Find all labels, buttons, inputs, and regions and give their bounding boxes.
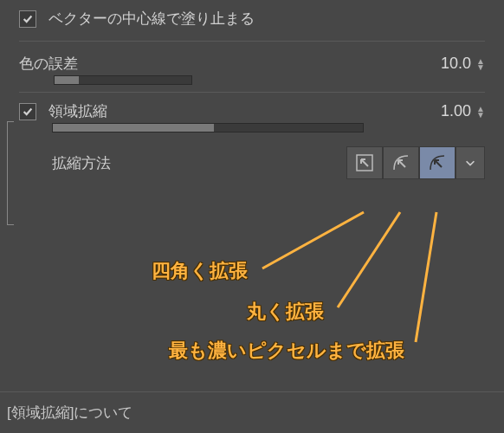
scaling-method-row: 拡縮方法 [0,141,504,184]
svg-line-3 [416,212,436,342]
footer-link[interactable]: [領域拡縮]について [0,391,504,433]
annotation-darkest: 最も濃いピクセルまで拡張 [169,338,404,364]
spinner-arrows-icon[interactable]: ▲▼ [476,106,485,118]
vector-stop-row: ベクターの中心線で塗り止まる [0,0,504,37]
color-tolerance-slider[interactable] [54,75,192,85]
color-tolerance-label: 色の誤差 [19,54,78,74]
vector-stop-checkbox[interactable] [19,10,36,28]
annotation-round: 丸く拡張 [247,299,324,325]
area-scaling-value: 1.00 [441,102,471,120]
color-tolerance-row: 色の誤差 10.0 ▲▼ [0,45,504,75]
svg-line-2 [338,212,400,307]
expand-darkest-button[interactable] [419,146,456,179]
area-scaling-slider[interactable] [52,123,364,132]
expand-square-button[interactable] [346,146,383,179]
area-scaling-value-spinner[interactable]: 1.00 ▲▼ [441,102,485,120]
expand-round-button[interactable] [383,146,419,179]
area-scaling-row: 領域拡縮 1.00 ▲▼ [0,93,504,123]
color-tolerance-value-spinner[interactable]: 10.0 ▲▼ [441,55,485,73]
vector-stop-label: ベクターの中心線で塗り止まる [48,9,255,29]
scaling-method-group [346,146,485,179]
area-scaling-label: 領域拡縮 [48,101,107,121]
spinner-arrows-icon[interactable]: ▲▼ [476,58,485,70]
footer-label: [領域拡縮]について [7,404,132,421]
scaling-method-label: 拡縮方法 [52,153,111,173]
method-dropdown-button[interactable] [456,146,485,179]
color-tolerance-value: 10.0 [441,55,471,73]
separator [19,41,485,42]
area-scaling-checkbox[interactable] [19,103,36,120]
svg-line-1 [262,212,364,268]
annotation-square: 四角く拡張 [152,258,248,284]
